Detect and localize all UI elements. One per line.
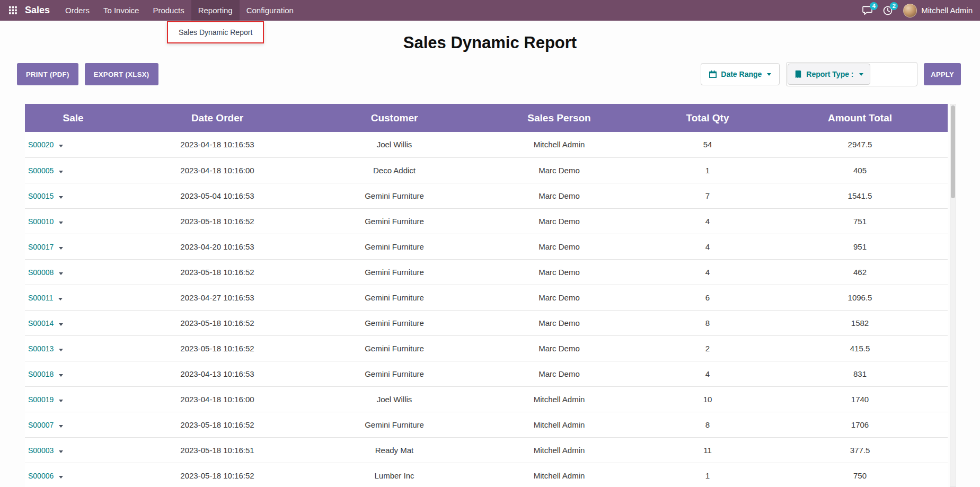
table-row: S00019 2023-04-18 10:16:00 Joel Willis M… [25, 386, 948, 412]
activities-button[interactable]: 2 [883, 6, 893, 15]
date-order-cell: 2023-05-18 10:16:51 [121, 437, 313, 463]
table-row: S00013 2023-05-18 10:16:52 Gemini Furnit… [25, 335, 948, 361]
activities-badge: 2 [890, 2, 898, 10]
apps-grid-icon[interactable] [4, 6, 22, 14]
sale-order-link[interactable]: S00006 [28, 472, 54, 480]
row-caret-down-icon[interactable] [59, 476, 63, 479]
amount-total-cell: 405 [772, 157, 948, 183]
sale-order-link[interactable]: S00020 [28, 140, 54, 149]
row-caret-down-icon[interactable] [59, 400, 63, 402]
row-caret-down-icon[interactable] [59, 450, 63, 453]
date-order-cell: 2023-05-18 10:16:52 [121, 335, 313, 361]
report-type-dropdown[interactable]: Report Type : [788, 64, 870, 85]
amount-total-cell: 377.5 [772, 437, 948, 463]
customer-cell: Gemini Furniture [313, 335, 475, 361]
customer-cell: Lumber Inc [313, 463, 475, 487]
row-caret-down-icon[interactable] [59, 272, 63, 275]
date-order-cell: 2023-04-18 10:16:00 [121, 386, 313, 412]
customer-cell: Gemini Furniture [313, 234, 475, 259]
sale-order-link[interactable]: S00018 [28, 370, 54, 378]
sale-order-link[interactable]: S00011 [28, 294, 53, 302]
amount-total-cell: 750 [772, 463, 948, 487]
amount-total-cell: 415.5 [772, 335, 948, 361]
sales-person-cell: Marc Demo [475, 285, 643, 310]
customer-cell: Ready Mat [313, 437, 475, 463]
row-caret-down-icon[interactable] [59, 374, 63, 377]
sale-cell: S00015 [25, 183, 121, 208]
amount-total-cell: 831 [772, 361, 948, 386]
row-caret-down-icon[interactable] [59, 145, 63, 147]
total-qty-cell: 4 [643, 259, 772, 285]
sale-cell: S00017 [25, 234, 121, 259]
sale-order-link[interactable]: S00003 [28, 446, 54, 455]
sales-person-cell: Marc Demo [475, 208, 643, 234]
menu-to-invoice[interactable]: To Invoice [96, 0, 146, 21]
date-range-label: Date Range [721, 70, 762, 78]
date-order-cell: 2023-05-18 10:16:52 [121, 310, 313, 335]
sales-person-cell: Marc Demo [475, 234, 643, 259]
row-caret-down-icon[interactable] [59, 349, 63, 351]
row-caret-down-icon[interactable] [59, 222, 63, 224]
top-navbar: Sales Orders To Invoice Products Reporti… [0, 0, 980, 21]
table-row: S00015 2023-05-04 10:16:53 Gemini Furnit… [25, 183, 948, 208]
menu-reporting[interactable]: Reporting [191, 0, 240, 21]
header-sales-person: Sales Person [475, 104, 643, 132]
amount-total-cell: 462 [772, 259, 948, 285]
avatar [903, 4, 917, 17]
table-row: S00020 2023-04-18 10:16:53 Joel Willis M… [25, 132, 948, 157]
main-menu: Orders To Invoice Products Reporting Con… [58, 0, 301, 21]
vertical-scrollbar[interactable] [950, 104, 956, 487]
scrollbar-thumb[interactable] [951, 105, 955, 198]
menu-products[interactable]: Products [146, 0, 191, 21]
sale-order-link[interactable]: S00017 [28, 243, 54, 251]
amount-total-cell: 2947.5 [772, 132, 948, 157]
sale-cell: S00014 [25, 310, 121, 335]
row-caret-down-icon[interactable] [59, 196, 63, 199]
sales-person-cell: Marc Demo [475, 335, 643, 361]
print-pdf-button[interactable]: PRINT (PDF) [17, 63, 78, 85]
row-caret-down-icon[interactable] [59, 247, 63, 250]
table-row: S00005 2023-04-18 10:16:00 Deco Addict M… [25, 157, 948, 183]
total-qty-cell: 4 [643, 208, 772, 234]
user-menu[interactable]: Mitchell Admin [903, 4, 973, 17]
sale-order-link[interactable]: S00015 [28, 192, 54, 200]
messages-button[interactable]: 4 [862, 6, 872, 15]
sales-person-cell: Mitchell Admin [475, 132, 643, 157]
total-qty-cell: 6 [643, 285, 772, 310]
menu-item-sales-dynamic-report[interactable]: Sales Dynamic Report [168, 22, 263, 42]
date-order-cell: 2023-04-27 10:16:53 [121, 285, 313, 310]
row-caret-down-icon[interactable] [58, 298, 63, 300]
sale-order-link[interactable]: S00008 [28, 268, 54, 277]
row-caret-down-icon[interactable] [59, 323, 63, 326]
menu-orders[interactable]: Orders [58, 0, 96, 21]
sale-cell: S00010 [25, 208, 121, 234]
amount-total-cell: 1541.5 [772, 183, 948, 208]
sale-order-link[interactable]: S00013 [28, 344, 54, 353]
sales-person-cell: Mitchell Admin [475, 437, 643, 463]
sale-order-link[interactable]: S00010 [28, 217, 54, 226]
date-range-dropdown[interactable]: Date Range [701, 63, 780, 85]
table-row: S00014 2023-05-18 10:16:52 Gemini Furnit… [25, 310, 948, 335]
customer-cell: Gemini Furniture [313, 285, 475, 310]
sale-order-link[interactable]: S00007 [28, 421, 54, 429]
sale-order-link[interactable]: S00014 [28, 319, 54, 327]
customer-cell: Gemini Furniture [313, 412, 475, 437]
menu-configuration[interactable]: Configuration [240, 0, 301, 21]
customer-cell: Gemini Furniture [313, 183, 475, 208]
sales-person-cell: Marc Demo [475, 183, 643, 208]
date-order-cell: 2023-04-20 10:16:53 [121, 234, 313, 259]
sale-cell: S00007 [25, 412, 121, 437]
header-customer: Customer [313, 104, 475, 132]
report-type-group: Report Type : [786, 62, 917, 86]
sale-order-link[interactable]: S00005 [28, 166, 54, 175]
app-brand[interactable]: Sales [25, 5, 50, 16]
calendar-icon [709, 70, 717, 78]
total-qty-cell: 1 [643, 157, 772, 183]
export-xlsx-button[interactable]: EXPORT (XLSX) [85, 63, 158, 85]
row-caret-down-icon[interactable] [59, 171, 63, 173]
row-caret-down-icon[interactable] [59, 425, 63, 428]
apply-button[interactable]: APPLY [924, 63, 961, 85]
sale-order-link[interactable]: S00019 [28, 395, 54, 404]
sale-cell: S00019 [25, 386, 121, 412]
navbar-systray: 4 2 Mitchell Admin [862, 4, 973, 17]
